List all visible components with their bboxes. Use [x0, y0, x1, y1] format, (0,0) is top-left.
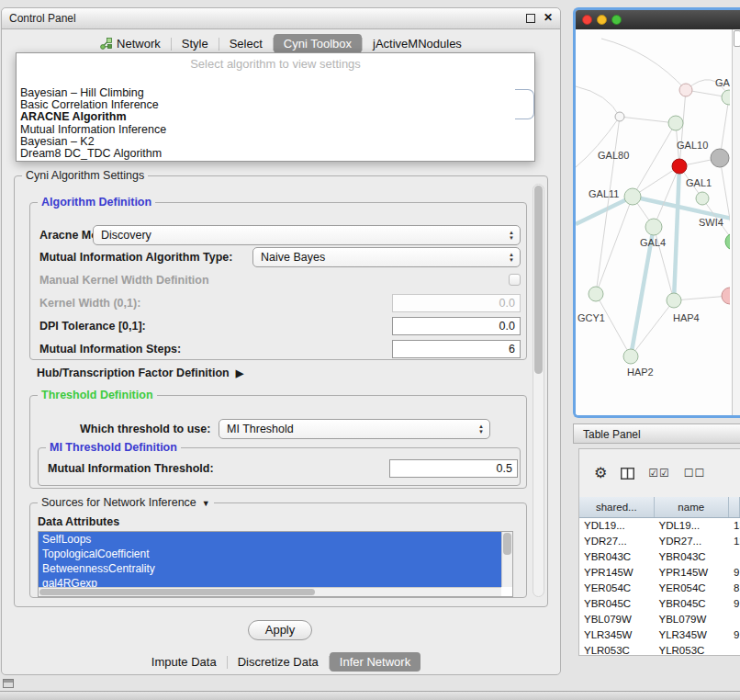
- node-label-gal7: GAL7: [715, 77, 730, 88]
- algorithm-option-dream8-dc-tdc-algorithm[interactable]: Dream8 DC_TDC Algorithm: [18, 148, 533, 160]
- manual-kernel-width-checkbox[interactable]: [509, 274, 521, 286]
- hub-transcription-factor-section[interactable]: Hub/Transcription Factor Definition: [37, 367, 243, 379]
- attribute-item-topologicalcoefficient[interactable]: TopologicalCoefficient: [39, 547, 501, 561]
- mi-algorithm-type-value: Naive Bayes: [253, 251, 505, 264]
- network-node[interactable]: [679, 84, 692, 96]
- network-edge[interactable]: [620, 117, 676, 123]
- network-graph[interactable]: GAL80GAL10GAL11GAL1SWI4GAL4GCY1HAP4HAP2G…: [576, 29, 730, 415]
- network-node[interactable]: [668, 116, 683, 130]
- table-cell: YDR27...: [655, 534, 730, 549]
- node-label-gal4: GAL4: [640, 237, 666, 248]
- mi-threshold-label: Mutual Information Threshold:: [48, 462, 214, 475]
- table-row[interactable]: YBR045CYBR045C9.: [579, 596, 740, 612]
- network-node[interactable]: [725, 233, 730, 250]
- mi-threshold-field[interactable]: 0.5: [389, 459, 518, 478]
- close-traffic-light-icon[interactable]: [582, 15, 592, 25]
- network-node[interactable]: [696, 192, 709, 205]
- network-node[interactable]: [645, 219, 662, 235]
- network-edge[interactable]: [576, 86, 620, 117]
- table-row[interactable]: YER054CYER054C8.: [579, 581, 740, 596]
- checked-pair-icon[interactable]: [648, 467, 670, 480]
- settings-vertical-scrollbar[interactable]: [533, 184, 544, 597]
- attribute-item-betweennesscentrality[interactable]: BetweennessCentrality: [39, 561, 501, 576]
- network-edge[interactable]: [601, 39, 686, 90]
- list-vertical-scrollbar[interactable]: [501, 532, 512, 587]
- network-node[interactable]: [711, 149, 729, 167]
- float-window-icon[interactable]: [526, 14, 535, 23]
- bottom-tab-discretize-data[interactable]: Discretize Data: [228, 652, 329, 672]
- cyni-algorithm-settings-group: Cyni Algorithm Settings Algorithm Defini…: [14, 175, 548, 607]
- table-row[interactable]: YBR043CYBR043C: [579, 549, 740, 565]
- table-row[interactable]: YLR345WYLR345W9.: [579, 627, 740, 643]
- table-row[interactable]: YPR145WYPR145W9.: [579, 565, 740, 581]
- column-header-shared[interactable]: shared...: [579, 497, 655, 517]
- mi-algorithm-type-select[interactable]: Naive Bayes: [252, 247, 521, 267]
- columns-icon[interactable]: [621, 468, 634, 480]
- tab-network[interactable]: Network: [90, 34, 171, 53]
- column-header-name[interactable]: name: [655, 497, 730, 517]
- table-panel-titlebar[interactable]: Table Panel: [573, 423, 740, 444]
- algorithm-option-aracne-algorithm[interactable]: ARACNE Algorithm: [18, 111, 533, 123]
- sources-for-network-inference-group: Sources for Network Inference Data Attri…: [29, 502, 527, 598]
- tab-jactivemnodules[interactable]: jActiveMNodules: [363, 34, 472, 53]
- unchecked-pair-icon[interactable]: [684, 467, 706, 480]
- network-edge[interactable]: [596, 294, 631, 356]
- scrollbar-thumb[interactable]: [503, 533, 511, 555]
- attribute-item-selfloops[interactable]: SelfLoops: [39, 532, 501, 547]
- network-canvas[interactable]: GAL80GAL10GAL11GAL1SWI4GAL4GCY1HAP4HAP2G…: [576, 29, 740, 415]
- which-threshold-select[interactable]: MI Threshold: [219, 419, 490, 439]
- network-node[interactable]: [589, 287, 603, 301]
- data-attributes-list[interactable]: SelfLoopsTopologicalCoefficientBetweenne…: [38, 531, 513, 597]
- combo-arrows-icon: [505, 230, 518, 241]
- bottom-tab-impute-data[interactable]: Impute Data: [141, 652, 227, 672]
- tab-style[interactable]: Style: [172, 34, 219, 53]
- table-cell: 9.: [729, 596, 740, 612]
- list-horizontal-scrollbar[interactable]: [39, 587, 501, 596]
- network-node[interactable]: [672, 159, 687, 174]
- manual-kernel-width-label: Manual Kernel Width Definition: [39, 274, 209, 287]
- table-row[interactable]: YLR053CYLR053C: [579, 643, 740, 656]
- scrollbar-thumb[interactable]: [734, 30, 740, 47]
- control-panel-title: Control Panel: [9, 12, 76, 25]
- network-node[interactable]: [623, 349, 638, 364]
- algorithm-combobox-edge[interactable]: [515, 89, 534, 119]
- mi-steps-label: Mutual Information Steps:: [39, 343, 181, 356]
- mi-steps-field[interactable]: 6: [392, 340, 521, 358]
- network-vertical-scrollbar[interactable]: [732, 29, 740, 415]
- network-node[interactable]: [667, 293, 681, 308]
- network-window-titlebar[interactable]: [576, 10, 740, 29]
- network-node[interactable]: [722, 288, 730, 304]
- control-panel-titlebar[interactable]: Control Panel: [2, 8, 560, 29]
- table-row[interactable]: YBL079WYBL079W: [579, 612, 740, 627]
- table-cell: YPR145W: [655, 565, 730, 581]
- network-edge-thick[interactable]: [633, 197, 730, 219]
- minimize-traffic-light-icon[interactable]: [597, 15, 607, 25]
- scrollbar-thumb[interactable]: [39, 589, 315, 595]
- network-node[interactable]: [624, 188, 641, 205]
- network-node[interactable]: [615, 112, 624, 121]
- table-row[interactable]: YDR27...YDR27...12: [579, 534, 740, 549]
- tab-label: Select: [230, 37, 263, 51]
- docked-window-icon[interactable]: [3, 679, 14, 688]
- zoom-traffic-light-icon[interactable]: [611, 15, 622, 25]
- kernel-width-field[interactable]: 0.0: [392, 294, 521, 312]
- network-node[interactable]: [722, 90, 730, 105]
- close-icon[interactable]: [544, 11, 553, 24]
- sources-group-title[interactable]: Sources for Network Inference: [38, 496, 214, 509]
- table-panel-title: Table Panel: [583, 428, 641, 441]
- network-edge-thick[interactable]: [674, 166, 679, 300]
- bottom-tab-infer-network[interactable]: Infer Network: [330, 652, 420, 672]
- tab-select[interactable]: Select: [219, 34, 273, 53]
- dpi-tolerance-field[interactable]: 0.0: [392, 317, 521, 335]
- aracne-mode-select[interactable]: Discovery: [93, 225, 521, 245]
- table-row[interactable]: YDL19...YDL19...13: [579, 518, 740, 534]
- tab-cyni-toolbox[interactable]: Cyni Toolbox: [274, 34, 362, 53]
- table-cell: YLR345W: [579, 627, 655, 643]
- apply-button[interactable]: Apply: [248, 620, 312, 640]
- gear-icon[interactable]: [594, 466, 607, 480]
- network-edge[interactable]: [633, 123, 676, 197]
- scrollbar-thumb[interactable]: [534, 186, 543, 374]
- algorithm-option-mutual-information-inference[interactable]: Mutual Information Inference: [18, 124, 533, 136]
- column-header-extra[interactable]: [729, 497, 740, 517]
- collapse-arrow-icon[interactable]: [236, 367, 243, 379]
